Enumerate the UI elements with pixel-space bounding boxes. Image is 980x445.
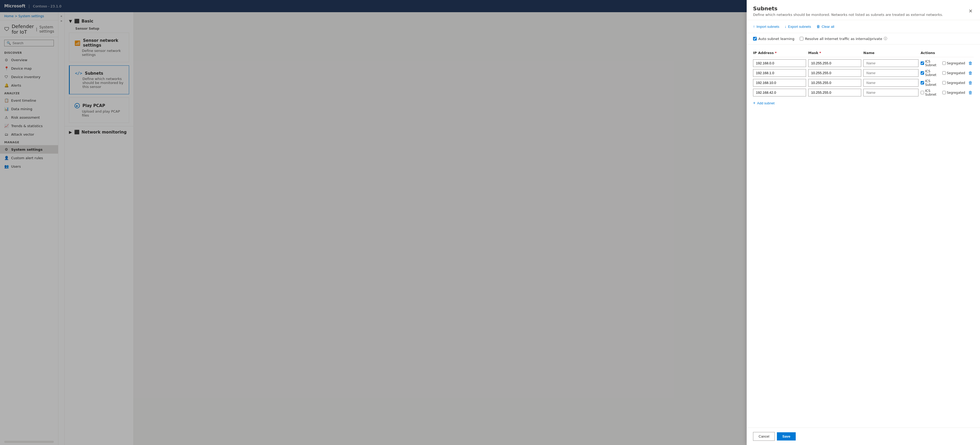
ics-subnet-0-checkbox[interactable]: [921, 62, 924, 65]
delete-row-3-button[interactable]: 🗑: [967, 90, 974, 96]
segregated-0-wrap: Segregated: [942, 62, 965, 65]
clear-all-button[interactable]: 🗑 Clear all: [816, 23, 834, 30]
subnet-ip-3[interactable]: [753, 89, 806, 97]
subnets-table-header: IP Address * Mask * Name Actions: [753, 49, 974, 57]
subnet-mask-2[interactable]: [808, 79, 861, 87]
export-icon: ↓: [784, 24, 786, 29]
close-button[interactable]: ✕: [967, 7, 974, 15]
export-subnets-button[interactable]: ↓ Export subnets: [784, 23, 811, 30]
overlay-options: Auto subnet learning Resolve all Interne…: [747, 33, 980, 44]
ip-required: *: [775, 51, 776, 55]
subnet-row: ICS Subnet Segregated 🗑: [753, 89, 974, 97]
subnets-table: IP Address * Mask * Name Actions: [753, 49, 974, 108]
overlay-title: Subnets: [753, 5, 943, 12]
ics-label-3: ICS Subnet: [925, 89, 940, 97]
overlay-header-text: Subnets Define which networks should be …: [753, 5, 943, 17]
resolve-traffic-label: Resolve all Internet traffic as internal…: [805, 37, 882, 41]
segregated-1-wrap: Segregated: [942, 71, 965, 75]
ics-subnet-3-checkbox[interactable]: [921, 91, 924, 94]
segregated-1-checkbox[interactable]: [942, 71, 946, 75]
overlay-toolbar: ↑ Import subnets ↓ Export subnets 🗑 Clea…: [747, 20, 980, 33]
subnet-name-2[interactable]: [863, 79, 918, 87]
subnet-name-0[interactable]: [863, 59, 918, 67]
col-header-mask: Mask *: [808, 51, 861, 55]
subnet-row: ICS Subnet Segregated 🗑: [753, 59, 974, 67]
add-subnet-label: Add subnet: [757, 101, 775, 105]
delete-row-1-button[interactable]: 🗑: [967, 70, 974, 76]
subnet-row: ICS Subnet Segregated 🗑: [753, 79, 974, 87]
actions-cell-1: ICS Subnet Segregated 🗑: [921, 70, 974, 77]
subnets-panel: Subnets Define which networks should be …: [747, 0, 980, 445]
auto-subnet-checkbox[interactable]: [753, 37, 757, 41]
add-subnet-button[interactable]: + Add subnet: [753, 98, 775, 108]
import-icon: ↑: [753, 24, 755, 29]
export-label: Export subnets: [788, 25, 811, 29]
overlay-header: Subnets Define which networks should be …: [747, 0, 980, 20]
overlay-subtitle: Define which networks should be monitore…: [753, 13, 943, 17]
segregated-3-checkbox[interactable]: [942, 91, 946, 94]
ics-subnet-0-wrap: ICS Subnet: [921, 60, 940, 67]
col-header-ip: IP Address *: [753, 51, 806, 55]
segregated-0-checkbox[interactable]: [942, 62, 946, 65]
col-header-actions: Actions: [921, 51, 974, 55]
col-header-name: Name: [863, 51, 918, 55]
ics-label-0: ICS Subnet: [925, 60, 940, 67]
delete-row-0-button[interactable]: 🗑: [967, 60, 974, 66]
overlay-footer: Cancel Save: [747, 428, 980, 445]
subnet-ip-1[interactable]: [753, 69, 806, 77]
subnet-mask-1[interactable]: [808, 69, 861, 77]
segregated-label-0: Segregated: [947, 62, 965, 65]
subnet-ip-2[interactable]: [753, 79, 806, 87]
auto-subnet-label: Auto subnet learning: [758, 37, 794, 41]
trash-icon: 🗑: [816, 24, 820, 29]
segregated-2-checkbox[interactable]: [942, 81, 946, 84]
auto-subnet-wrap: Auto subnet learning: [753, 37, 794, 41]
ics-label-2: ICS Subnet: [925, 79, 940, 87]
actions-cell-3: ICS Subnet Segregated 🗑: [921, 89, 974, 97]
actions-cell-2: ICS Subnet Segregated 🗑: [921, 79, 974, 87]
overlay-body: IP Address * Mask * Name Actions: [747, 44, 980, 428]
info-icon: ⓘ: [884, 36, 887, 41]
actions-cell-0: ICS Subnet Segregated 🗑: [921, 60, 974, 67]
resolve-traffic-wrap: Resolve all Internet traffic as internal…: [800, 36, 887, 41]
ics-subnet-2-wrap: ICS Subnet: [921, 79, 940, 87]
mask-required: *: [819, 51, 821, 55]
subnet-name-1[interactable]: [863, 69, 918, 77]
segregated-label-1: Segregated: [947, 71, 965, 75]
subnet-mask-0[interactable]: [808, 59, 861, 67]
save-button[interactable]: Save: [777, 432, 795, 440]
segregated-2-wrap: Segregated: [942, 81, 965, 85]
subnet-ip-0[interactable]: [753, 59, 806, 67]
ics-subnet-1-checkbox[interactable]: [921, 71, 924, 75]
clear-label: Clear all: [822, 25, 834, 29]
segregated-label-3: Segregated: [947, 91, 965, 95]
subnet-name-3[interactable]: [863, 89, 918, 97]
cancel-button[interactable]: Cancel: [753, 432, 775, 441]
plus-icon: +: [753, 101, 756, 105]
subnet-mask-3[interactable]: [808, 89, 861, 97]
overlay-backdrop: Subnets Define which networks should be …: [0, 0, 980, 445]
ics-label-1: ICS Subnet: [925, 70, 940, 77]
ics-subnet-3-wrap: ICS Subnet: [921, 89, 940, 97]
import-subnets-button[interactable]: ↑ Import subnets: [753, 23, 779, 30]
delete-row-2-button[interactable]: 🗑: [967, 80, 974, 86]
ics-subnet-1-wrap: ICS Subnet: [921, 70, 940, 77]
resolve-traffic-checkbox[interactable]: [800, 37, 803, 41]
subnet-row: ICS Subnet Segregated 🗑: [753, 69, 974, 77]
ics-subnet-2-checkbox[interactable]: [921, 81, 924, 84]
segregated-3-wrap: Segregated: [942, 91, 965, 95]
segregated-label-2: Segregated: [947, 81, 965, 85]
import-label: Import subnets: [756, 25, 779, 29]
